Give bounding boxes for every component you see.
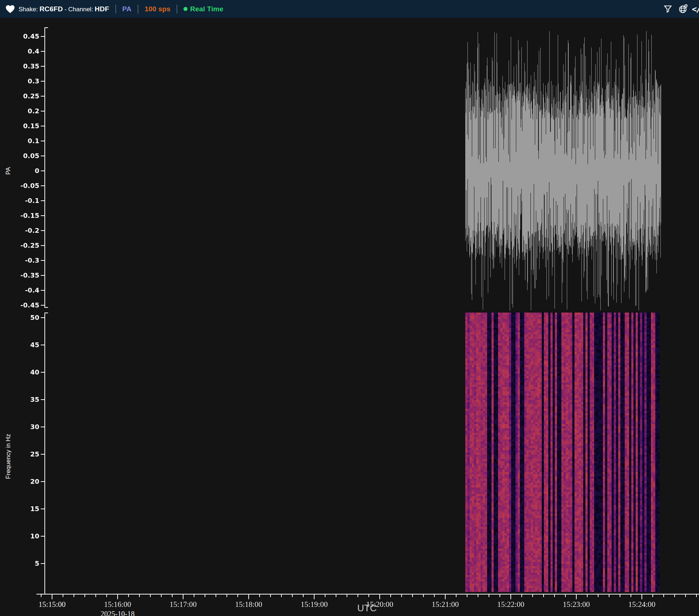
x-tick-major	[183, 595, 183, 599]
y-tick-label: 0.25	[14, 93, 39, 99]
y-tick-label: 5	[14, 560, 39, 567]
x-tick-major	[379, 595, 380, 599]
station-text: Shake: RC6FD - Channel: HDF	[19, 5, 109, 13]
x-tick-label: 15:20:00	[360, 600, 400, 608]
y-tick-label: 20	[14, 478, 39, 485]
y-tick	[41, 230, 44, 231]
x-tick-minor	[401, 595, 402, 597]
y-tick-label: 15	[14, 506, 39, 512]
x-tick-minor	[554, 595, 555, 597]
x-tick-minor	[565, 595, 566, 597]
y-tick	[41, 481, 44, 482]
x-tick-major	[576, 595, 577, 599]
x-tick-minor	[587, 595, 588, 597]
y-tick-label: -0.3	[14, 257, 39, 264]
y-tick-label: -0.2	[14, 227, 39, 234]
x-tick-minor	[41, 595, 42, 597]
y-tick	[41, 399, 44, 400]
x-tick-minor	[478, 595, 478, 597]
waveform-plot[interactable]	[45, 18, 698, 312]
y-tick-label: 35	[14, 396, 39, 403]
x-tick-minor	[696, 595, 697, 597]
y-tick-label: 45	[14, 342, 39, 348]
spectrogram-plot[interactable]	[45, 310, 698, 597]
x-tick-minor	[303, 595, 304, 597]
x-tick-minor	[325, 595, 325, 597]
x-tick-major	[314, 595, 315, 599]
x-tick-minor	[368, 595, 369, 597]
status-label: Real Time	[190, 5, 223, 13]
x-tick-minor	[194, 595, 194, 597]
y-tick-label: 0	[14, 168, 39, 174]
y-tick-label: 0.15	[14, 123, 39, 129]
spectrogram-y-axis-cap	[44, 313, 48, 313]
divider	[177, 5, 177, 13]
x-tick-minor	[281, 595, 282, 597]
y-tick	[41, 66, 44, 67]
waveform-y-axis-cap	[44, 27, 48, 28]
x-tick-minor	[237, 595, 238, 597]
x-tick-major	[117, 595, 118, 599]
x-tick-minor	[270, 595, 271, 597]
y-tick	[41, 156, 44, 156]
x-tick-minor	[685, 595, 686, 597]
y-tick-label: 0.35	[14, 63, 39, 70]
x-tick-minor	[489, 595, 489, 597]
x-tick-label: 15:17:00	[163, 600, 203, 608]
x-tick-minor	[598, 595, 599, 597]
filter-icon[interactable]	[663, 4, 673, 14]
y-tick	[41, 536, 44, 537]
waveform-y-axis-cap	[44, 307, 48, 308]
x-tick-minor	[663, 595, 664, 597]
y-tick-label: -0.45	[14, 302, 39, 309]
x-axis	[36, 594, 699, 595]
waveform-y-axis	[44, 27, 45, 308]
station-info: Shake: RC6FD - Channel: HDF PA 100 sps R…	[5, 4, 223, 14]
y-tick	[41, 509, 44, 509]
y-tick-label: -0.25	[14, 242, 39, 249]
x-tick-minor	[467, 595, 467, 597]
y-tick	[41, 200, 44, 201]
y-tick	[41, 215, 44, 216]
y-tick	[41, 290, 44, 291]
y-tick	[41, 141, 44, 141]
y-tick-label: 0.45	[14, 33, 39, 40]
y-tick-label: 0.1	[14, 138, 39, 144]
x-tick-label: 15:16:00	[98, 600, 138, 608]
x-tick-major	[445, 595, 446, 599]
x-tick-label: 15:22:00	[491, 600, 531, 608]
y-tick-label: -0.1	[14, 197, 39, 204]
x-tick-minor	[63, 595, 63, 597]
y-tick-label: 0.4	[14, 48, 39, 55]
y-tick-label: -0.15	[14, 212, 39, 219]
y-tick	[41, 372, 44, 373]
y-tick	[41, 111, 44, 111]
x-axis-date-label: 2025-10-18	[92, 610, 143, 616]
code-icon[interactable]: </>	[693, 4, 699, 14]
y-tick	[41, 260, 44, 261]
x-tick-label: 15:23:00	[556, 600, 596, 608]
x-tick-label: 15:24:00	[622, 600, 662, 608]
y-tick-label: 50	[14, 314, 39, 321]
globe-pin-icon[interactable]	[678, 4, 688, 14]
x-tick-minor	[336, 595, 336, 597]
y-tick	[41, 126, 44, 126]
y-tick-label: 30	[14, 424, 39, 430]
heart-icon[interactable]	[5, 4, 15, 14]
x-tick-minor	[532, 595, 533, 597]
sample-rate: 100 sps	[145, 5, 170, 13]
y-tick	[41, 275, 44, 276]
x-tick-minor	[423, 595, 424, 597]
y-tick	[41, 245, 44, 246]
y-tick-label: -0.4	[14, 287, 39, 294]
x-tick-minor	[226, 595, 227, 597]
waveform-y-axis-title: PA	[5, 162, 12, 179]
x-tick-major	[510, 595, 511, 599]
y-tick	[41, 51, 44, 52]
x-tick-minor	[139, 595, 140, 597]
x-tick-minor	[216, 595, 216, 597]
x-tick-minor	[434, 595, 435, 597]
x-tick-minor	[292, 595, 293, 597]
y-tick-label: 0.2	[14, 108, 39, 114]
x-tick-label: 15:18:00	[229, 600, 269, 608]
